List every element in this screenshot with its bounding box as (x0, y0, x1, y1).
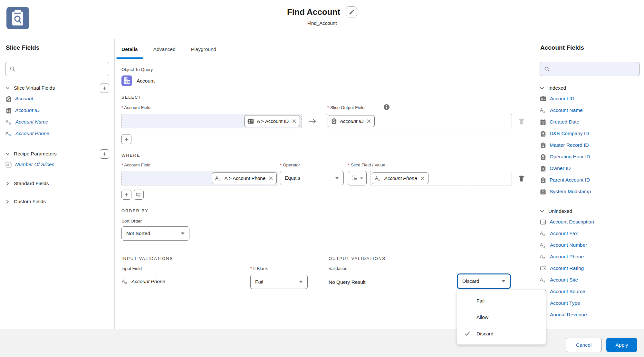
apply-button[interactable]: Apply (606, 338, 637, 352)
slice-output-field-label: Slice Output Field (327, 105, 365, 110)
remove-pill-icon[interactable] (420, 176, 425, 181)
slice-field-value-pill[interactable]: Account Phone (372, 172, 428, 184)
add-select-row-button[interactable] (121, 134, 131, 144)
id-card-icon (247, 118, 254, 125)
account-field-annual-revenue[interactable]: Annual Revenue (540, 309, 639, 321)
select-account-field-pill[interactable]: A > Account ID (244, 115, 300, 127)
if-blank-select[interactable]: Fail (250, 275, 308, 289)
caret-down-icon (299, 281, 303, 283)
order-by-section-label: ORDER BY (121, 208, 149, 213)
group-unindexed[interactable]: Unindexed (540, 206, 639, 216)
delete-where-row-icon[interactable] (518, 175, 525, 182)
tab-bar: Details Advanced Playground (115, 39, 535, 59)
chevron-down-icon (5, 86, 10, 91)
group-custom-fields[interactable]: Custom Fields (5, 197, 109, 206)
caret-down-icon (502, 280, 505, 283)
remove-pill-icon[interactable] (269, 176, 273, 181)
remove-pill-icon[interactable] (367, 119, 371, 124)
text-icon (5, 118, 12, 125)
menu-option-fail[interactable]: Fail (457, 293, 546, 309)
account-field-operating-hour-id[interactable]: Operating Hour ID (540, 151, 639, 163)
where-account-field-input[interactable]: A > Account Phone (121, 171, 278, 185)
operator-select[interactable]: Equals (280, 171, 344, 185)
group-standard-fields[interactable]: Standard Fields (5, 179, 109, 188)
tab-advanced[interactable]: Advanced (153, 39, 176, 59)
slice-fields-search-input[interactable] (18, 66, 105, 72)
add-recipe-parameter-button[interactable] (100, 149, 109, 159)
slice-field-account-phone[interactable]: Account Phone (5, 128, 109, 139)
find-account-editor: Find Account Find_Account Slice Fields S… (0, 0, 644, 357)
slice-field-account-name[interactable]: Account Name (5, 116, 109, 128)
account-field-account-type[interactable]: Account Type (540, 297, 639, 309)
account-field-account-fax[interactable]: Account Fax (540, 228, 639, 239)
account-field-parent-account-id[interactable]: Parent Account ID (540, 174, 639, 186)
slice-field-value-label: Slice Field / Value (348, 163, 385, 167)
group-indexed[interactable]: Indexed (540, 83, 639, 93)
value-picker-button[interactable] (348, 171, 367, 185)
id-card-icon (540, 95, 547, 102)
page-title: Find Account (287, 7, 340, 17)
validation-label: Validation (329, 266, 347, 271)
add-slice-virtual-field-button[interactable] (100, 84, 109, 93)
slice-field-value-input[interactable]: Account Phone (370, 171, 512, 185)
check-icon (464, 331, 470, 337)
lookup-icon (540, 130, 546, 137)
chevron-right-icon (5, 181, 10, 186)
caret-down-icon (360, 177, 363, 179)
add-where-row-button[interactable] (121, 190, 131, 200)
caret-down-icon (335, 177, 339, 179)
account-field-created-date[interactable]: Created Date (540, 116, 639, 128)
account-field-owner-id[interactable]: Owner ID (540, 163, 639, 174)
map-arrow-icon (308, 119, 317, 124)
select-account-field-input[interactable]: A > Account ID (121, 114, 302, 128)
no-query-result-select[interactable]: Discard (457, 273, 511, 289)
account-field-db-company-id[interactable]: D&B Company ID (540, 128, 639, 139)
account-fields-search-input[interactable] (553, 66, 635, 72)
slice-fields-title: Slice Fields (5, 39, 109, 56)
picklist-icon (540, 265, 547, 272)
manual-condition-button[interactable] (134, 190, 144, 200)
input-field-value: Account Phone (121, 278, 165, 285)
edit-title-button[interactable] (346, 6, 357, 17)
keyboard-icon (136, 192, 142, 198)
slice-output-field-input[interactable]: Account ID (326, 114, 512, 128)
account-field-system-modstamp[interactable]: System Modstamp (540, 186, 639, 197)
slice-fields-search[interactable] (5, 62, 109, 76)
tab-details[interactable]: Details (121, 39, 138, 59)
sort-order-select[interactable]: Not Sorted (121, 226, 189, 241)
account-field-account-id[interactable]: Account ID (540, 93, 639, 104)
header: Find Account Find_Account (0, 0, 644, 39)
object-name: Account (137, 78, 155, 84)
slice-lookup-icon (5, 107, 12, 114)
info-icon[interactable] (383, 104, 390, 110)
text-icon (540, 276, 547, 283)
account-fields-search[interactable] (540, 62, 639, 76)
number-icon (5, 161, 12, 168)
account-field-account-source[interactable]: Account Source (540, 286, 639, 297)
account-field-account-number[interactable]: Account Number (540, 239, 639, 251)
account-field-account-name[interactable]: Account Name (540, 104, 639, 116)
account-fields-title: Account Fields (540, 39, 639, 56)
group-recipe-parameters[interactable]: Recipe Parameters (5, 149, 109, 159)
cancel-button[interactable]: Cancel (566, 338, 602, 352)
where-account-field-pill[interactable]: A > Account Phone (212, 172, 277, 184)
delete-select-row-icon[interactable] (518, 118, 525, 125)
remove-pill-icon[interactable] (292, 119, 296, 124)
account-field-account-phone[interactable]: Account Phone (540, 251, 639, 263)
slice-output-field-pill[interactable]: Account ID (328, 115, 375, 127)
menu-option-allow[interactable]: Allow (457, 309, 546, 325)
object-to-query: Account (121, 75, 155, 86)
slice-field-account-id[interactable]: Account ID (5, 104, 109, 116)
plus-icon (124, 137, 129, 142)
slice-field-account[interactable]: Account (5, 93, 109, 104)
account-field-account-description[interactable]: Account Description (540, 216, 639, 228)
account-field-master-record-id[interactable]: Master Record ID (540, 139, 639, 151)
account-field-account-site[interactable]: Account Site (540, 274, 639, 286)
menu-option-discard[interactable]: Discard (457, 325, 546, 342)
tab-playground[interactable]: Playground (191, 39, 216, 59)
group-slice-virtual-fields[interactable]: Slice Virtual Fields (5, 83, 109, 93)
account-field-account-rating[interactable]: Account Rating (540, 263, 639, 274)
text-icon (540, 242, 547, 249)
date-icon (540, 119, 546, 125)
recipe-parameter-number-of-slices[interactable]: Number Of Slices (5, 159, 109, 170)
